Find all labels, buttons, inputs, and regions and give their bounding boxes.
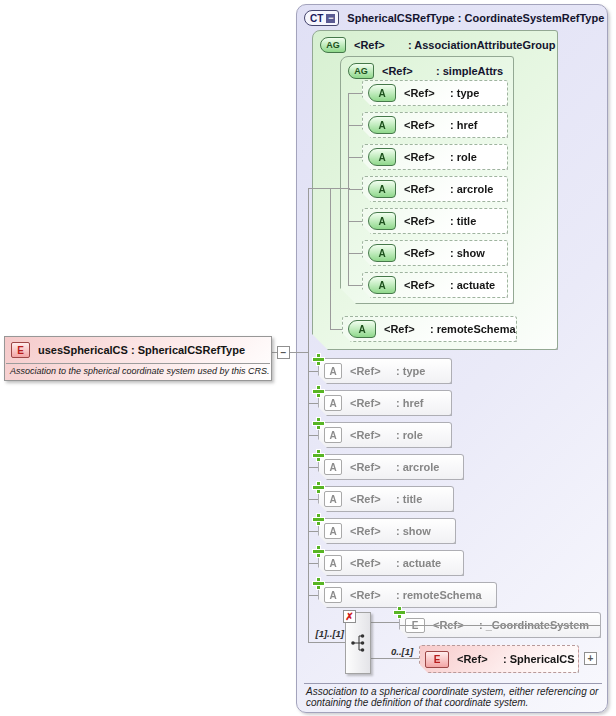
connector-line xyxy=(330,188,331,330)
attribute-type[interactable]: A <Ref> : type xyxy=(362,80,508,106)
add-icon[interactable] xyxy=(312,513,325,526)
attribute-name: : arcrole xyxy=(396,461,439,473)
connector-line xyxy=(308,435,318,436)
add-icon[interactable] xyxy=(312,353,325,366)
attribute-group-badge: AG xyxy=(320,37,346,53)
add-icon[interactable] xyxy=(312,385,325,398)
attribute-badge: A xyxy=(324,395,342,411)
attribute-show[interactable]: A <Ref> : show xyxy=(362,240,508,266)
connector-line xyxy=(348,93,364,94)
attribute-badge: A xyxy=(324,555,342,571)
connector-line xyxy=(348,125,364,126)
expand-icon[interactable]: + xyxy=(584,652,597,665)
complex-type-annotation: Association to a spherical coordinate sy… xyxy=(306,687,616,708)
ref-label: <Ref> xyxy=(404,279,450,291)
ref-label: <Ref> xyxy=(350,365,396,377)
local-attribute-type[interactable]: A <Ref> : type xyxy=(318,358,452,384)
connector-line xyxy=(308,499,318,500)
attribute-badge: A xyxy=(368,148,396,166)
ref-label: <Ref> xyxy=(404,87,450,99)
add-icon[interactable] xyxy=(393,606,406,619)
connector-line xyxy=(348,253,364,254)
element-cardinality: 0..[1] xyxy=(391,646,413,657)
element-title-row: E usesSphericalCS : SphericalCSRefType xyxy=(5,337,271,358)
attribute-badge: A xyxy=(368,84,396,102)
ref-label: <Ref> xyxy=(404,151,450,163)
local-attribute-href[interactable]: A <Ref> : href xyxy=(318,390,452,416)
attribute-name: : type xyxy=(450,87,479,99)
attribute-badge: A xyxy=(368,212,396,230)
connector-line xyxy=(308,403,318,404)
attribute-badge: A xyxy=(368,244,396,262)
add-icon[interactable] xyxy=(312,417,325,430)
ref-label: <Ref> xyxy=(350,461,396,473)
connector-line xyxy=(308,188,350,189)
attribute-name: : href xyxy=(450,119,478,131)
local-attribute-remoteSchema[interactable]: A <Ref> : remoteSchema xyxy=(318,582,497,608)
attribute-role[interactable]: A <Ref> : role xyxy=(362,144,508,170)
attribute-name: : actuate xyxy=(450,279,495,291)
attribute-badge: A xyxy=(324,427,342,443)
attribute-name: : remoteSchema xyxy=(396,589,482,601)
attribute-name: : remoteSchema xyxy=(430,323,516,335)
attribute-name: : type xyxy=(396,365,425,377)
collapse-handle[interactable]: − xyxy=(277,346,290,359)
element-name: : SphericalCS xyxy=(503,653,575,665)
ref-label: <Ref> xyxy=(350,525,396,537)
attribute-name: : title xyxy=(450,215,476,227)
connector-line xyxy=(369,658,419,659)
choice-cardinality: [1]..[1] xyxy=(312,628,344,639)
attribute-badge: A xyxy=(324,491,342,507)
attribute-href[interactable]: A <Ref> : href xyxy=(362,112,508,138)
local-attribute-actuate[interactable]: A <Ref> : actuate xyxy=(318,550,464,576)
add-icon[interactable] xyxy=(312,481,325,494)
connector-line xyxy=(308,531,318,532)
connector-line xyxy=(308,467,318,468)
ref-label: <Ref> xyxy=(404,119,450,131)
complex-type-badge: CT − xyxy=(304,10,339,26)
local-attribute-show[interactable]: A <Ref> : show xyxy=(318,518,456,544)
attribute-badge: A xyxy=(324,363,342,379)
local-attribute-title[interactable]: A <Ref> : title xyxy=(318,486,454,512)
blocked-x-icon: ✗ xyxy=(343,610,356,623)
association-attribute-group-header: AG <Ref> : AssociationAttributeGroup xyxy=(320,37,555,53)
element-usesSphericalCS[interactable]: E usesSphericalCS : SphericalCSRefType A… xyxy=(4,336,272,381)
complex-type-title: SphericalCSRefType : CoordinateSystemRef… xyxy=(347,12,604,24)
ref-label: <Ref> xyxy=(404,247,450,259)
ref-label: <Ref> xyxy=(350,429,396,441)
attribute-remoteSchema[interactable]: A <Ref> : remoteSchema xyxy=(342,316,517,342)
attribute-badge: A xyxy=(368,276,396,294)
element-separator xyxy=(6,363,270,364)
attribute-badge: A xyxy=(324,587,342,603)
ref-label: <Ref> xyxy=(404,183,450,195)
ref-label: <Ref> xyxy=(350,589,396,601)
connector-line xyxy=(308,642,345,643)
add-icon[interactable] xyxy=(312,577,325,590)
attribute-group-badge: AG xyxy=(348,63,374,79)
ref-label: <Ref> xyxy=(350,557,396,569)
connector-line xyxy=(308,595,318,596)
connector-line xyxy=(348,157,364,158)
attribute-title[interactable]: A <Ref> : title xyxy=(362,208,508,234)
attribute-arcrole[interactable]: A <Ref> : arcrole xyxy=(362,176,508,202)
connector-line xyxy=(308,563,318,564)
local-attribute-role[interactable]: A <Ref> : role xyxy=(318,422,452,448)
schema-diagram-canvas: CT − SphericalCSRefType : CoordinateSyst… xyxy=(0,0,616,716)
add-icon[interactable] xyxy=(312,545,325,558)
element-badge: E xyxy=(11,342,30,358)
local-attribute-arcrole[interactable]: A <Ref> : arcrole xyxy=(318,454,464,480)
attribute-name: : show xyxy=(450,247,485,259)
attribute-name: : role xyxy=(396,429,423,441)
simple-attrs-header: AG <Ref> : simpleAttrs xyxy=(348,63,503,79)
attribute-name: : show xyxy=(396,525,431,537)
ref-label: <Ref> xyxy=(382,65,428,77)
blocked-strike-line xyxy=(400,625,600,626)
connector-line xyxy=(369,622,399,623)
collapse-icon[interactable]: − xyxy=(326,14,335,23)
attribute-actuate[interactable]: A <Ref> : actuate xyxy=(362,272,508,298)
element-coordinate-system[interactable]: E <Ref> : _CoordinateSystem xyxy=(399,612,601,638)
complex-type-header: CT − SphericalCSRefType : CoordinateSyst… xyxy=(304,10,604,26)
add-icon[interactable] xyxy=(312,449,325,462)
element-sphericalcs[interactable]: E <Ref> : SphericalCS xyxy=(419,645,579,673)
attribute-badge: A xyxy=(348,320,376,338)
